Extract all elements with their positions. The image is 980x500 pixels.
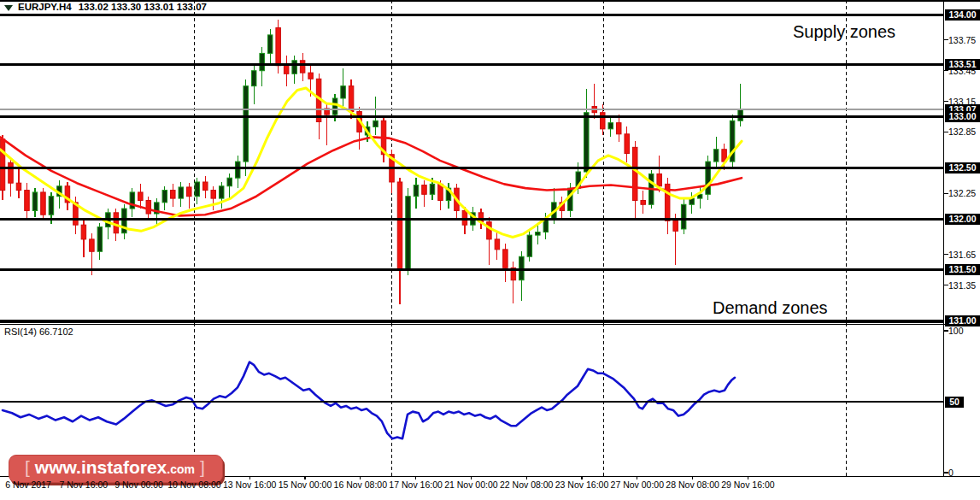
symbol-label: EURJPY.H4 bbox=[18, 2, 72, 12]
mt4-chart-window: EURJPY.H4 133.02 133.30 133.01 133.07 Su… bbox=[0, 0, 980, 500]
candle-body bbox=[138, 192, 144, 201]
price-axis-label: 133.75 bbox=[948, 35, 976, 45]
candle-body bbox=[195, 182, 200, 197]
candle-body bbox=[81, 225, 86, 239]
price-badge: 133.00 bbox=[945, 111, 980, 122]
candle-body bbox=[673, 221, 678, 231]
candle-body bbox=[332, 98, 337, 115]
ohlc-quote: 133.02 133.30 133.01 133.07 bbox=[79, 2, 207, 12]
candle-body bbox=[657, 174, 662, 185]
candle-body bbox=[211, 191, 216, 199]
candle-body bbox=[41, 192, 46, 215]
candle-body bbox=[608, 123, 613, 129]
candle-body bbox=[276, 28, 281, 66]
candle-body bbox=[406, 197, 411, 270]
candle-body bbox=[713, 150, 719, 162]
candle-body bbox=[632, 147, 637, 200]
candle-body bbox=[503, 250, 508, 268]
candle-body bbox=[641, 200, 646, 204]
price-axis-label: 132.25 bbox=[948, 188, 976, 198]
chart-canvas[interactable] bbox=[0, 0, 980, 500]
price-badge: 133.51 bbox=[945, 59, 980, 70]
candle-body bbox=[495, 239, 500, 250]
candle-body bbox=[584, 113, 590, 172]
candle-body bbox=[244, 86, 249, 162]
rsi-indicator-label: RSI(14) 66.7102 bbox=[4, 326, 73, 337]
candle-body bbox=[171, 191, 176, 199]
price-badge: 132.00 bbox=[945, 214, 980, 225]
candle-body bbox=[260, 53, 265, 70]
watermark-text: www.instaforex bbox=[35, 457, 167, 478]
chart-title: EURJPY.H4 133.02 133.30 133.01 133.07 bbox=[3, 2, 207, 12]
candle-body bbox=[203, 182, 208, 191]
candle-body bbox=[146, 200, 151, 214]
candle-body bbox=[9, 162, 14, 183]
date-axis-label: 29 Nov 16:00 bbox=[713, 479, 782, 490]
candle-body bbox=[616, 123, 621, 134]
rsi-badge: 50 bbox=[945, 397, 964, 408]
candle-body bbox=[527, 235, 532, 256]
rsi-axis-label: 0 bbox=[948, 468, 954, 478]
candle-body bbox=[219, 186, 224, 198]
candle-body bbox=[430, 184, 435, 194]
candle-body bbox=[292, 61, 297, 74]
candle-body bbox=[227, 178, 232, 186]
candle-body bbox=[49, 197, 54, 215]
candle-body bbox=[681, 204, 686, 229]
candle-body bbox=[601, 113, 606, 129]
candle-body bbox=[341, 86, 346, 98]
rsi-axis-label: 100 bbox=[948, 326, 964, 336]
candle-body bbox=[114, 213, 119, 233]
candle-body bbox=[397, 182, 402, 270]
candle-body bbox=[568, 188, 573, 210]
price-axis-label: 132.85 bbox=[948, 126, 976, 137]
symbol-dropdown-icon[interactable] bbox=[4, 5, 13, 11]
candle-body bbox=[16, 183, 21, 190]
candle-body bbox=[235, 162, 240, 178]
candle-body bbox=[414, 185, 419, 197]
candle-body bbox=[625, 134, 630, 154]
candle-body bbox=[25, 191, 30, 211]
candle-body bbox=[187, 187, 192, 197]
price-badge: 131.50 bbox=[945, 264, 980, 275]
price-axis-label: 131.35 bbox=[948, 280, 976, 291]
watermark-tld: .com bbox=[167, 462, 195, 476]
candle-body bbox=[0, 139, 5, 191]
candle-body bbox=[536, 232, 541, 236]
candle-body bbox=[422, 185, 427, 195]
supply-zones-label: Supply zones bbox=[793, 22, 895, 42]
demand-zones-label: Demand zones bbox=[713, 298, 828, 318]
candle-body bbox=[284, 66, 289, 74]
candle-body bbox=[519, 256, 525, 279]
watermark-bracket-left: [ bbox=[25, 457, 30, 478]
candle-body bbox=[162, 191, 167, 203]
candle-body bbox=[90, 239, 95, 251]
candle-body bbox=[308, 73, 314, 79]
chart-background bbox=[0, 0, 980, 500]
candle-body bbox=[300, 61, 305, 73]
candle-body bbox=[97, 227, 103, 252]
candle-body bbox=[179, 187, 184, 198]
candle-body bbox=[487, 222, 492, 239]
candle-body bbox=[373, 121, 379, 126]
watermark-bracket-right: ] bbox=[200, 457, 205, 478]
price-axis-label: 131.65 bbox=[948, 250, 976, 260]
price-badge: 132.50 bbox=[945, 162, 980, 174]
candle-body bbox=[251, 71, 256, 86]
candle-body bbox=[349, 86, 354, 112]
price-badge: 134.00 bbox=[945, 9, 980, 21]
candle-body bbox=[267, 35, 273, 54]
candle-body bbox=[32, 192, 38, 211]
candle-body bbox=[738, 109, 743, 121]
